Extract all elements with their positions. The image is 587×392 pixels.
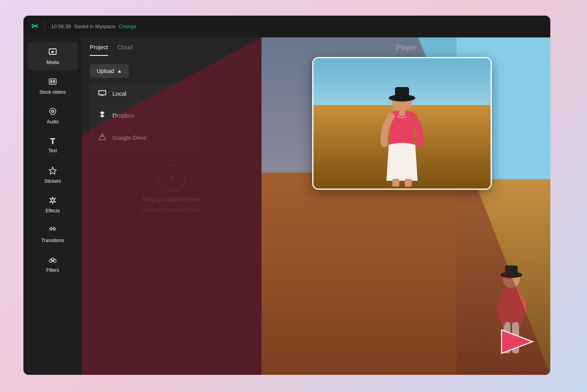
- local-icon: [98, 89, 107, 98]
- svg-rect-2: [49, 79, 56, 84]
- upload-option-google-drive[interactable]: Google Drive: [90, 127, 199, 149]
- media-icon: [48, 48, 57, 57]
- sidebar-item-effects[interactable]: Effects: [27, 191, 78, 219]
- app-window: ✂ 10:56:39 Saved in Myspace Change Media: [23, 16, 550, 375]
- upload-button[interactable]: Upload ▲: [90, 64, 129, 78]
- panel-tabs: Project Cloud: [82, 37, 261, 56]
- svg-marker-1: [52, 51, 55, 53]
- stickers-icon: [48, 166, 57, 176]
- player-area: Player: [261, 37, 550, 375]
- sidebar: Media Stock videos: [23, 37, 82, 375]
- dropbox-label: Dropbox: [112, 112, 135, 119]
- svg-rect-21: [505, 265, 518, 276]
- sidebar-item-transitions[interactable]: Transitions: [27, 220, 78, 248]
- drag-drop-area: Drag and drop files here Supports: video…: [90, 164, 254, 213]
- titlebar: ✂ 10:56:39 Saved in Myspace Change: [23, 16, 550, 37]
- upload-label: Upload: [97, 68, 114, 74]
- tab-project[interactable]: Project: [90, 44, 108, 56]
- svg-rect-14: [101, 95, 104, 96]
- svg-rect-13: [99, 91, 105, 94]
- audio-icon: [48, 107, 57, 117]
- sidebar-item-stickers[interactable]: Stickers: [27, 161, 78, 189]
- sidebar-label-media: Media: [46, 60, 59, 65]
- right-woman-figure: [480, 258, 543, 375]
- sidebar-label-text: Text: [48, 148, 57, 153]
- upload-circle-icon: [158, 164, 185, 192]
- player-title: Player: [396, 44, 416, 52]
- sidebar-item-media[interactable]: Media: [27, 42, 78, 70]
- preview-card-inner: [313, 58, 491, 189]
- effects-icon: [48, 196, 57, 206]
- sidebar-item-stock-videos[interactable]: Stock videos: [27, 72, 78, 100]
- stock-videos-icon: [48, 77, 57, 87]
- svg-rect-4: [53, 80, 55, 83]
- cursor-arrow: [500, 328, 535, 355]
- preview-woman-figure: [367, 79, 437, 189]
- sidebar-item-filters[interactable]: Filters: [27, 250, 78, 278]
- svg-rect-30: [392, 179, 399, 187]
- text-icon: T: [50, 137, 55, 146]
- logo-icon: ✂: [31, 21, 38, 32]
- sidebar-item-text[interactable]: T Text: [27, 131, 78, 159]
- sidebar-label-effects: Effects: [46, 208, 60, 214]
- svg-rect-3: [50, 80, 52, 83]
- upload-chevron-icon: ▲: [117, 68, 122, 74]
- save-location: Saved in Myspace: [74, 23, 116, 29]
- svg-point-7: [52, 111, 53, 112]
- dropbox-icon: [98, 110, 107, 120]
- media-panel: Project Cloud Upload ▲: [82, 37, 261, 375]
- preview-card: [312, 57, 492, 190]
- svg-marker-33: [502, 330, 533, 353]
- transitions-icon: [48, 226, 57, 235]
- upload-section: Upload ▲ Local: [82, 56, 261, 221]
- save-info: 10:56:39 Saved in Myspace Change: [51, 23, 136, 29]
- upload-option-dropbox[interactable]: Dropbox: [90, 104, 199, 127]
- svg-rect-31: [405, 179, 412, 187]
- save-time: 10:56:39: [51, 23, 71, 29]
- drag-drop-sub: Supports: video, photo, audio: [141, 207, 202, 213]
- svg-marker-8: [49, 167, 56, 174]
- upload-dropdown: Local Dropbox: [90, 83, 199, 149]
- sidebar-label-transitions: Transitions: [41, 238, 64, 243]
- sidebar-label-filters: Filters: [46, 267, 59, 273]
- svg-rect-29: [395, 87, 409, 100]
- sidebar-label-stickers: Stickers: [44, 178, 61, 184]
- filters-icon: [48, 255, 57, 265]
- sidebar-label-stock: Stock videos: [39, 89, 66, 95]
- google-drive-icon: [98, 133, 107, 143]
- titlebar-divider: [44, 21, 45, 32]
- google-drive-label: Google Drive: [112, 134, 147, 141]
- sidebar-item-audio[interactable]: Audio: [27, 102, 78, 130]
- drag-drop-text: Drag and drop files here: [142, 196, 201, 203]
- local-label: Local: [112, 90, 126, 97]
- tab-cloud[interactable]: Cloud: [117, 44, 133, 56]
- sidebar-label-audio: Audio: [47, 119, 59, 125]
- change-link[interactable]: Change: [119, 23, 137, 29]
- svg-rect-32: [399, 110, 405, 116]
- svg-marker-16: [100, 134, 104, 137]
- upload-option-local[interactable]: Local: [90, 83, 199, 104]
- main-content: Media Stock videos: [23, 37, 550, 375]
